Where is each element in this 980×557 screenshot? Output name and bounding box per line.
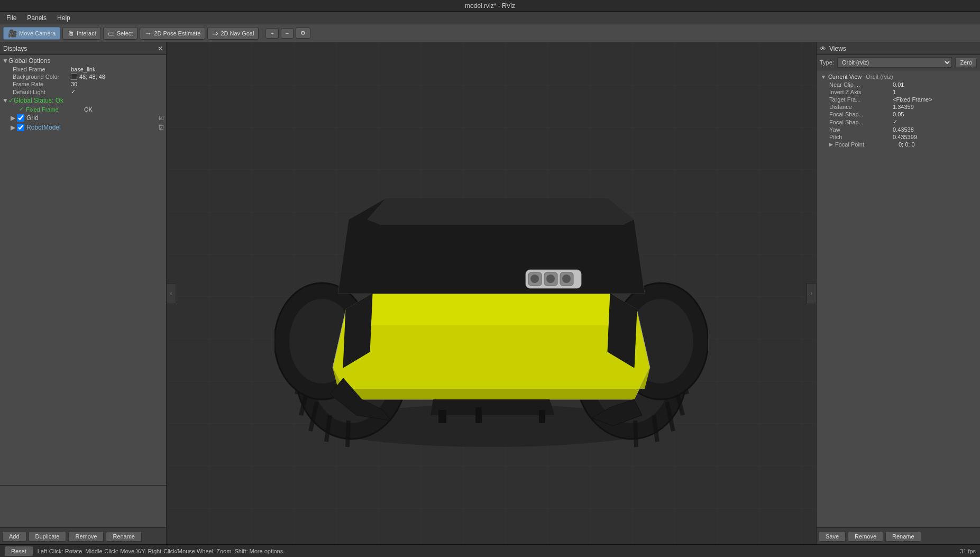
pose-icon: → xyxy=(144,29,152,38)
displays-buttons-bar: Add Duplicate Remove Rename xyxy=(0,527,166,544)
views-title-icon: 👁 xyxy=(820,45,826,52)
robotmodel-label: RobotModel xyxy=(26,124,157,131)
background-color-row: Background Color 48; 48; 48 xyxy=(0,73,166,80)
camera-icon: 🎥 xyxy=(8,29,17,38)
near-clip-label: Near Clip ... xyxy=(829,81,893,88)
focal-shape1-value[interactable]: 0.05 xyxy=(893,111,904,117)
toolbar-minus[interactable]: − xyxy=(281,28,294,39)
near-clip-value[interactable]: 0.01 xyxy=(893,81,904,88)
focal-shape2-row: Focal Shap... ✓ xyxy=(819,118,978,126)
pitch-value[interactable]: 0.435399 xyxy=(893,134,917,140)
move-camera-button[interactable]: 🎥 Move Camera xyxy=(3,27,60,40)
left-collapse-arrow[interactable]: ‹ xyxy=(167,283,176,304)
svg-rect-23 xyxy=(475,407,482,423)
menu-panels[interactable]: Panels xyxy=(23,13,51,23)
views-buttons-bar: Save Remove Rename xyxy=(817,527,980,544)
fps-counter: 31 fps xyxy=(960,548,976,554)
target-frame-value[interactable]: <Fixed Frame> xyxy=(893,96,932,103)
frame-rate-row: Frame Rate 30 xyxy=(0,80,166,88)
displays-empty-space xyxy=(0,485,166,527)
robotmodel-row[interactable]: ▶ RobotModel ☑ xyxy=(0,123,166,132)
invert-z-label: Invert Z Axis xyxy=(829,89,893,95)
select-button[interactable]: ▭ Select xyxy=(103,27,138,40)
remove-button[interactable]: Remove xyxy=(68,531,104,542)
global-status-ff-value: OK xyxy=(84,106,93,113)
menu-file[interactable]: File xyxy=(2,13,21,23)
focal-shape2-value[interactable]: ✓ xyxy=(893,118,897,125)
grid-row[interactable]: ▶ Grid ☑ xyxy=(0,113,166,123)
rename-button[interactable]: Rename xyxy=(106,531,142,542)
toolbar-separator xyxy=(262,28,262,39)
target-frame-label: Target Fra... xyxy=(829,96,893,103)
views-type-select[interactable]: Orbit (rviz) xyxy=(837,57,952,68)
svg-line-9 xyxy=(347,421,349,447)
default-light-label: Default Light xyxy=(13,89,71,95)
right-collapse-arrow[interactable]: › xyxy=(807,283,816,304)
window-title: model.rviz* - RViz xyxy=(465,2,515,10)
default-light-value[interactable]: ✓ xyxy=(71,88,76,95)
grid-expand-icon[interactable]: ▶ xyxy=(11,114,17,122)
bg-color-swatch[interactable] xyxy=(71,74,77,80)
duplicate-button[interactable]: Duplicate xyxy=(29,531,67,542)
svg-line-17 xyxy=(635,421,636,447)
focal-shape1-row: Focal Shap... 0.05 xyxy=(819,111,978,118)
select-icon: ▭ xyxy=(108,29,115,38)
pitch-row: Pitch 0.435399 xyxy=(819,133,978,141)
global-status-check: ✓ xyxy=(8,97,14,104)
displays-title: Displays xyxy=(3,45,27,52)
focal-shape2-label: Focal Shap... xyxy=(829,119,893,125)
svg-point-30 xyxy=(546,275,555,283)
grid-label: Grid xyxy=(26,114,157,122)
global-status-row[interactable]: ▼ ✓ Global Status: Ok xyxy=(0,96,166,105)
views-zero-button[interactable]: Zero xyxy=(955,58,977,67)
views-rename-button[interactable]: Rename xyxy=(885,531,921,542)
main-content: Displays ✕ ▼ Global Options Fixed Frame … xyxy=(0,42,980,544)
move-camera-label: Move Camera xyxy=(19,30,56,36)
invert-z-value[interactable]: 1 xyxy=(893,89,896,95)
distance-row: Distance 1.34359 xyxy=(819,103,978,111)
global-options-expand-icon[interactable]: ▼ xyxy=(2,57,8,65)
distance-value[interactable]: 1.34359 xyxy=(893,104,914,110)
menu-help[interactable]: Help xyxy=(53,13,75,23)
robotmodel-expand-icon[interactable]: ▶ xyxy=(11,124,17,131)
select-label: Select xyxy=(117,30,133,36)
yaw-row: Yaw 0.43538 xyxy=(819,126,978,133)
3d-viewport[interactable]: ‹ › xyxy=(167,42,816,544)
interact-button[interactable]: 🖱 Interact xyxy=(62,27,101,40)
global-status-ff-label: Fixed Frame xyxy=(26,106,84,113)
focal-point-value[interactable]: 0; 0; 0 xyxy=(899,141,915,148)
default-light-row: Default Light ✓ xyxy=(0,88,166,96)
reset-button[interactable]: Reset xyxy=(4,546,33,556)
2d-pose-button[interactable]: → 2D Pose Estimate xyxy=(140,27,205,40)
frame-rate-value[interactable]: 30 xyxy=(71,81,77,87)
title-bar: model.rviz* - RViz xyxy=(0,0,980,12)
global-options-row[interactable]: ▼ Global Options xyxy=(0,56,166,66)
focal-point-label: Focal Point xyxy=(835,141,899,148)
svg-rect-24 xyxy=(539,410,545,423)
current-view-expand-icon: ▼ xyxy=(821,74,826,80)
toolbar-plus[interactable]: + xyxy=(265,28,278,39)
robotmodel-checkbox[interactable] xyxy=(17,124,24,131)
displays-close-button[interactable]: ✕ xyxy=(158,45,163,52)
current-view-type: Orbit (rviz) xyxy=(866,74,893,80)
bg-color-label: Background Color xyxy=(13,74,71,80)
current-view-section: ▼ Current View Orbit (rviz) Near Clip ..… xyxy=(817,71,980,149)
add-button[interactable]: Add xyxy=(2,531,26,542)
svg-rect-22 xyxy=(438,410,446,423)
bg-color-value[interactable]: 48; 48; 48 xyxy=(79,74,105,80)
interact-label: Interact xyxy=(77,30,96,36)
target-frame-row: Target Fra... <Fixed Frame> xyxy=(819,96,978,103)
2d-nav-button[interactable]: ⇒ 2D Nav Goal xyxy=(207,27,259,40)
near-clip-row: Near Clip ... 0.01 xyxy=(819,81,978,88)
global-status-fixed-frame-row: ✓ Fixed Frame OK xyxy=(0,105,166,113)
views-save-button[interactable]: Save xyxy=(819,531,846,542)
focal-point-expand-icon[interactable]: ▶ xyxy=(829,142,833,147)
yaw-value[interactable]: 0.43538 xyxy=(893,126,914,133)
fixed-frame-label: Fixed Frame xyxy=(13,66,71,72)
current-view-header[interactable]: ▼ Current View Orbit (rviz) xyxy=(819,72,978,81)
global-status-expand-icon[interactable]: ▼ xyxy=(2,97,8,104)
grid-checkbox[interactable] xyxy=(17,114,24,122)
fixed-frame-value[interactable]: base_link xyxy=(71,66,95,72)
toolbar-gear[interactable]: ⚙ xyxy=(296,28,310,39)
views-remove-button[interactable]: Remove xyxy=(848,531,883,542)
